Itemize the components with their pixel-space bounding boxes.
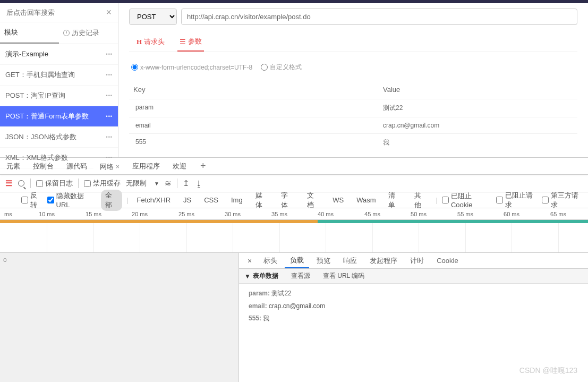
wifi-icon[interactable]: ≋: [165, 179, 172, 188]
blocked-req-checkbox[interactable]: [496, 197, 503, 203]
detail-tab-preview[interactable]: 预览: [311, 253, 336, 268]
param-row[interactable]: 555 我: [129, 133, 577, 151]
filter-ws[interactable]: WS: [328, 195, 348, 205]
cache-checkbox[interactable]: [84, 180, 91, 187]
sidebar-group[interactable]: 演示-Example •••: [0, 44, 118, 65]
invert-checkbox[interactable]: [21, 197, 28, 203]
radio-custom[interactable]: [261, 64, 268, 71]
view-source-link[interactable]: 查看源: [291, 271, 310, 281]
detail-tab-initiator[interactable]: 发起程序: [364, 253, 403, 268]
formdata-key: 555: [249, 315, 259, 322]
dt-tab-console[interactable]: 控制台: [27, 158, 60, 174]
detail-tab-cookie[interactable]: Cookie: [431, 253, 463, 268]
method-select[interactable]: POST: [129, 9, 177, 25]
view-url-encoded-link[interactable]: 查看 URL 编码: [323, 271, 364, 281]
blocked-req[interactable]: 已阻止请求: [496, 191, 537, 210]
sidebar-item-json[interactable]: JSON：JSON格式参数 •••: [0, 127, 118, 148]
dt-tab-network[interactable]: 网络 ×: [93, 158, 126, 174]
param-row[interactable]: email crap.cn@gmail.com: [129, 117, 577, 133]
filter-doc[interactable]: 文档: [303, 190, 325, 211]
api-tab-headers-label: 请求头: [144, 37, 165, 47]
upload-icon[interactable]: ↥: [183, 179, 190, 188]
request-list[interactable]: o: [0, 253, 239, 382]
more-icon[interactable]: •••: [106, 134, 113, 140]
formdata-key: param: [249, 290, 268, 297]
param-key[interactable]: param: [133, 104, 383, 113]
filter-font[interactable]: 字体: [277, 190, 299, 211]
dt-tab-welcome[interactable]: 欢迎: [166, 158, 193, 174]
filter-img[interactable]: Img: [227, 195, 247, 205]
caret-down-icon: ▼: [150, 181, 159, 186]
param-row[interactable]: param 测试22: [129, 99, 577, 117]
clock-icon: [63, 30, 70, 36]
divider: [30, 179, 31, 188]
dt-tab-network-label: 网络: [100, 162, 114, 172]
filter-css[interactable]: CSS: [200, 195, 223, 205]
search-input[interactable]: [4, 6, 104, 19]
more-icon[interactable]: •••: [106, 72, 113, 78]
more-icon[interactable]: •••: [106, 114, 113, 119]
preserve-checkbox[interactable]: [36, 180, 43, 187]
filter-icon[interactable]: ☰: [5, 179, 12, 188]
sidebar-search: ×: [0, 3, 118, 22]
param-key[interactable]: 555: [133, 138, 383, 147]
waterfall-body[interactable]: [0, 223, 588, 252]
devtools: 元素 控制台 源代码 网络 × 应用程序 欢迎 + ☰ 保留日志 禁用缓存 无限…: [0, 157, 588, 382]
api-tab-params[interactable]: ☰ 参数: [177, 32, 204, 52]
timeline-tick: 40 ms: [318, 211, 334, 217]
blocked-cookie-checkbox[interactable]: [442, 197, 449, 203]
filter-hide-data[interactable]: 隐藏数据 URL: [47, 191, 97, 209]
filter-all[interactable]: 全部: [101, 190, 123, 211]
detail-tab-headers[interactable]: 标头: [258, 253, 283, 268]
detail-tab-payload[interactable]: 负载: [285, 253, 309, 268]
third-party-checkbox[interactable]: [542, 197, 549, 203]
hide-data-checkbox[interactable]: [47, 197, 54, 203]
dt-tab-application[interactable]: 应用程序: [126, 158, 166, 174]
hide-data-label: 隐藏数据 URL: [56, 191, 97, 209]
preserve-log[interactable]: 保留日志: [36, 179, 73, 188]
param-value[interactable]: 测试22: [383, 104, 573, 113]
filter-media[interactable]: 媒体: [251, 190, 273, 211]
detail-tab-response[interactable]: 响应: [338, 253, 362, 268]
clear-search-icon[interactable]: ×: [104, 7, 114, 18]
radio-form[interactable]: [131, 64, 138, 71]
third-party[interactable]: 第三方请求: [542, 191, 583, 210]
dt-tab-elements[interactable]: 元素: [0, 158, 27, 174]
detail-tab-timing[interactable]: 计时: [405, 253, 429, 268]
more-icon[interactable]: •••: [106, 93, 113, 98]
sidebar-item-form[interactable]: POST：普通Form表单参数 •••: [0, 106, 118, 127]
content-type-form[interactable]: x-www-form-urlencoded;charset=UTF-8: [131, 63, 252, 72]
filter-js[interactable]: JS: [179, 195, 195, 205]
more-icon[interactable]: •••: [106, 52, 113, 57]
param-value[interactable]: 我: [383, 138, 573, 147]
filter-fetch[interactable]: Fetch/XHR: [132, 195, 175, 205]
formdata-title[interactable]: ▼ 表单数据: [244, 271, 278, 281]
content-type-custom[interactable]: 自定义格式: [261, 63, 302, 72]
param-key[interactable]: email: [133, 122, 383, 129]
sidebar-item-taobao[interactable]: POST：淘宝IP查询 •••: [0, 86, 118, 106]
blocked-cookie[interactable]: 已阻止 Cookie: [442, 191, 492, 209]
close-icon[interactable]: ×: [116, 163, 120, 171]
details-panel: × 标头 负载 预览 响应 发起程序 计时 Cookie ▼ 表单数据 查看源 …: [239, 253, 588, 382]
search-icon[interactable]: [18, 180, 25, 187]
disable-cache[interactable]: 禁用缓存: [84, 179, 121, 188]
timeline-tick: 15 ms: [86, 211, 101, 217]
add-tab-icon[interactable]: +: [193, 160, 214, 172]
close-icon[interactable]: ×: [243, 257, 256, 265]
sidebar-tab-history[interactable]: 历史记录: [59, 22, 118, 44]
download-icon[interactable]: ⭳: [195, 179, 203, 188]
dt-tab-sources[interactable]: 源代码: [60, 158, 93, 174]
param-value[interactable]: crap.cn@gmail.com: [383, 122, 573, 129]
api-tab-headers[interactable]: H 请求头: [134, 32, 167, 52]
filter-other[interactable]: 其他: [410, 190, 432, 211]
sidebar-item-get[interactable]: GET：手机归属地查询 •••: [0, 65, 118, 86]
filter-wasm[interactable]: Wasm: [352, 195, 380, 205]
url-input[interactable]: [181, 9, 577, 25]
filter-invert[interactable]: 反转: [21, 191, 43, 210]
throttle-select[interactable]: 无限制 ▼: [126, 179, 159, 188]
filter-manifest[interactable]: 清单: [384, 190, 406, 211]
waterfall-timeline: ms 10 ms 15 ms 20 ms 25 ms 30 ms 35 ms 4…: [0, 208, 588, 220]
throttle-label: 无限制: [126, 179, 147, 187]
sidebar-tab-module[interactable]: 模块: [0, 22, 59, 44]
timeline-tick: 20 ms: [132, 211, 148, 217]
